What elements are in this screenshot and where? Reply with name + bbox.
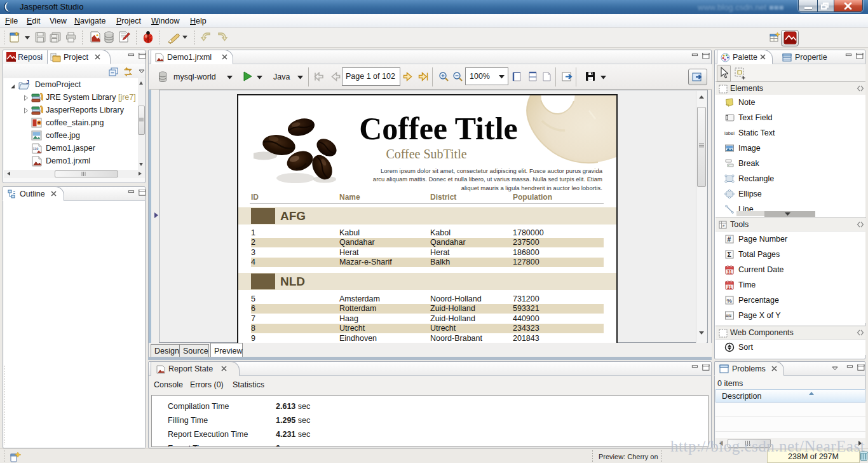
svg-text:label: label (724, 130, 735, 136)
svg-text:%: % (727, 297, 733, 304)
svg-text:#/#: #/# (726, 314, 731, 318)
svg-text:Σ: Σ (728, 251, 731, 258)
svg-text:31: 31 (727, 285, 732, 289)
svg-text:110: 110 (33, 147, 39, 151)
svg-text:31: 31 (727, 270, 732, 274)
svg-text:J: J (26, 79, 29, 85)
svg-text:#: # (728, 235, 731, 243)
